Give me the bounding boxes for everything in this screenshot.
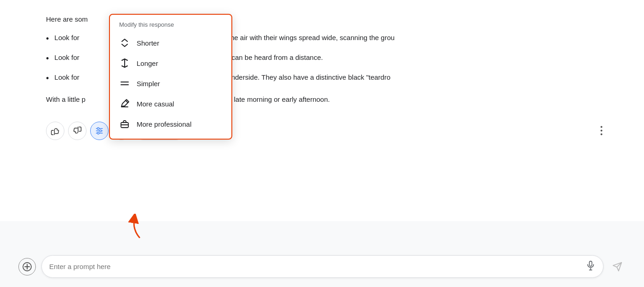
modify-item-shorter[interactable]: Shorter bbox=[110, 33, 231, 53]
expand-icon bbox=[119, 58, 130, 69]
main-content: Modify this response Shorter L bbox=[0, 0, 644, 221]
casual-icon bbox=[119, 98, 130, 109]
professional-label: More professional bbox=[137, 120, 191, 128]
simpler-label: Simpler bbox=[137, 80, 160, 88]
more-options-button[interactable] bbox=[600, 126, 603, 138]
send-button[interactable] bbox=[609, 258, 626, 275]
prompt-input-wrap bbox=[41, 255, 604, 278]
modify-title: Modify this response bbox=[110, 21, 231, 33]
longer-label: Longer bbox=[137, 59, 158, 67]
arrow-indicator bbox=[123, 214, 146, 243]
modify-item-casual[interactable]: More casual bbox=[110, 94, 231, 114]
shorter-label: Shorter bbox=[137, 39, 159, 47]
casual-label: More casual bbox=[137, 100, 174, 108]
modify-item-simpler[interactable]: Simpler bbox=[110, 73, 231, 94]
svg-point-18 bbox=[601, 130, 603, 132]
modify-item-longer[interactable]: Longer bbox=[110, 53, 231, 73]
modify-button[interactable] bbox=[90, 122, 109, 140]
modify-item-professional[interactable]: More professional bbox=[110, 114, 231, 134]
svg-point-11 bbox=[97, 132, 99, 134]
svg-point-17 bbox=[601, 126, 603, 128]
thumbs-down-button[interactable] bbox=[68, 122, 86, 140]
svg-point-10 bbox=[99, 130, 101, 132]
modify-popup: Modify this response Shorter L bbox=[109, 14, 232, 140]
add-button[interactable] bbox=[18, 258, 36, 275]
svg-point-19 bbox=[601, 134, 603, 135]
microphone-button[interactable] bbox=[586, 260, 596, 273]
input-bar-container bbox=[0, 248, 644, 287]
svg-point-9 bbox=[97, 128, 99, 129]
professional-icon bbox=[119, 118, 130, 129]
compress-icon bbox=[119, 37, 130, 48]
simpler-icon bbox=[119, 78, 130, 89]
svg-rect-24 bbox=[589, 261, 592, 266]
prompt-input[interactable] bbox=[49, 263, 581, 270]
thumbs-up-button[interactable] bbox=[46, 122, 64, 140]
